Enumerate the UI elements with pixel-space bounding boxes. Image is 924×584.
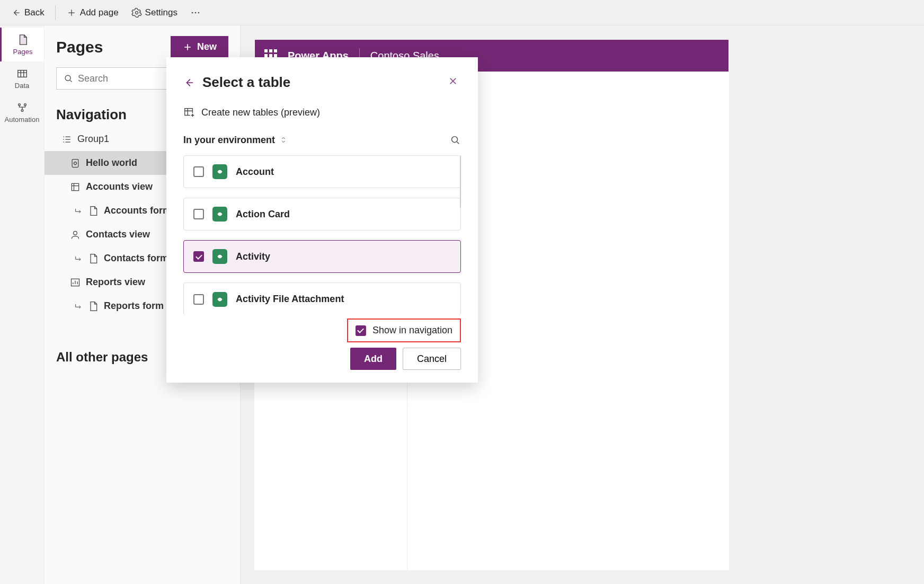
svg-point-16 bbox=[452, 137, 458, 143]
table-row-account[interactable]: Account bbox=[183, 155, 461, 188]
tree-item-label: Accounts view bbox=[86, 181, 153, 192]
arrow-left-icon bbox=[11, 7, 21, 18]
table-name: Activity bbox=[236, 251, 270, 262]
table-icon bbox=[16, 68, 28, 79]
sort-icon bbox=[279, 136, 288, 144]
toolbar-separator bbox=[55, 5, 56, 20]
return-icon bbox=[74, 207, 83, 215]
top-toolbar: Back Add page Settings bbox=[0, 0, 924, 25]
view-icon bbox=[70, 182, 81, 192]
back-button[interactable]: Back bbox=[5, 4, 50, 21]
svg-point-2 bbox=[195, 12, 197, 13]
table-row-activity[interactable]: Activity bbox=[183, 240, 461, 273]
return-icon bbox=[74, 254, 83, 263]
dialog-title: Select a table bbox=[202, 74, 438, 91]
tree-item-label: Reports view bbox=[86, 277, 145, 288]
settings-label: Settings bbox=[145, 7, 177, 18]
dataverse-icon bbox=[212, 207, 227, 222]
rail-data[interactable]: Data bbox=[0, 61, 44, 95]
table-list: Account Action Card Activity Activity Fi… bbox=[183, 155, 461, 315]
person-icon bbox=[70, 229, 81, 240]
ellipsis-icon bbox=[190, 7, 201, 18]
svg-rect-11 bbox=[72, 183, 78, 190]
table-checkbox[interactable] bbox=[193, 166, 204, 177]
back-label: Back bbox=[24, 7, 45, 18]
add-page-label: Add page bbox=[80, 7, 119, 18]
show-in-navigation-highlight: Show in navigation bbox=[347, 318, 461, 342]
tree-item-label: Hello world bbox=[86, 157, 137, 169]
tree-item-label: Contacts form bbox=[104, 253, 168, 264]
table-name: Activity File Attachment bbox=[236, 294, 344, 305]
rail-automation[interactable]: Automation bbox=[0, 95, 44, 129]
new-button-label: New bbox=[197, 41, 217, 52]
table-checkbox[interactable] bbox=[193, 251, 204, 262]
svg-point-3 bbox=[198, 12, 200, 13]
form-icon bbox=[88, 301, 99, 312]
left-rail: Pages Data Automation bbox=[0, 25, 45, 584]
environment-sort[interactable]: In your environment bbox=[183, 135, 288, 146]
flow-icon bbox=[16, 102, 28, 113]
scrollbar-thumb[interactable] bbox=[460, 155, 461, 208]
add-button[interactable]: Add bbox=[350, 348, 396, 370]
form-icon bbox=[88, 206, 99, 216]
plus-icon bbox=[182, 42, 193, 52]
dataverse-icon bbox=[212, 249, 227, 264]
cancel-button[interactable]: Cancel bbox=[403, 348, 461, 370]
create-new-tables[interactable]: Create new tables (preview) bbox=[183, 107, 461, 118]
custom-page-icon bbox=[70, 158, 81, 169]
table-checkbox[interactable] bbox=[193, 294, 204, 305]
close-button[interactable] bbox=[445, 73, 461, 92]
search-icon[interactable] bbox=[449, 134, 461, 146]
new-button[interactable]: New bbox=[171, 36, 228, 58]
more-button[interactable] bbox=[185, 4, 206, 21]
search-icon bbox=[63, 73, 74, 84]
show-in-nav-label: Show in navigation bbox=[372, 325, 452, 336]
svg-rect-9 bbox=[72, 159, 78, 167]
return-icon bbox=[74, 302, 83, 311]
tree-group-label: Group1 bbox=[77, 134, 109, 145]
dataverse-icon bbox=[212, 164, 227, 179]
svg-rect-4 bbox=[17, 70, 26, 77]
svg-point-12 bbox=[74, 231, 77, 235]
gear-icon bbox=[131, 7, 142, 18]
table-add-icon bbox=[183, 107, 195, 118]
rail-pages[interactable]: Pages bbox=[0, 28, 44, 61]
panel-title: Pages bbox=[56, 38, 103, 56]
tree-item-label: Accounts form bbox=[104, 205, 171, 216]
table-row-activity-file-attachment[interactable]: Activity File Attachment bbox=[183, 282, 461, 315]
svg-point-10 bbox=[74, 162, 77, 164]
table-name: Account bbox=[236, 166, 274, 178]
rail-pages-label: Pages bbox=[13, 48, 33, 56]
svg-point-7 bbox=[21, 109, 23, 111]
svg-point-0 bbox=[135, 11, 138, 14]
tree-item-label: Contacts view bbox=[86, 229, 150, 240]
show-in-nav-checkbox[interactable] bbox=[356, 325, 366, 336]
close-icon bbox=[448, 76, 458, 86]
rail-automation-label: Automation bbox=[5, 116, 40, 123]
dataverse-icon bbox=[212, 292, 227, 307]
table-name: Action Card bbox=[236, 209, 290, 220]
arrow-left-icon[interactable] bbox=[183, 77, 195, 89]
create-new-tables-label: Create new tables (preview) bbox=[201, 107, 320, 118]
plus-icon bbox=[66, 7, 77, 18]
environment-label: In your environment bbox=[183, 135, 275, 146]
rail-data-label: Data bbox=[15, 82, 29, 90]
tree-item-label: Reports form bbox=[104, 300, 164, 312]
select-table-dialog: Select a table Create new tables (previe… bbox=[166, 57, 478, 383]
svg-point-6 bbox=[24, 103, 26, 105]
form-icon bbox=[88, 253, 99, 264]
svg-point-1 bbox=[192, 12, 193, 13]
page-icon bbox=[17, 34, 29, 46]
list-icon bbox=[61, 134, 72, 145]
settings-button[interactable]: Settings bbox=[126, 4, 183, 21]
chart-icon bbox=[70, 277, 81, 288]
svg-point-5 bbox=[18, 103, 20, 105]
svg-point-8 bbox=[65, 75, 70, 81]
add-page-button[interactable]: Add page bbox=[61, 4, 124, 21]
table-checkbox[interactable] bbox=[193, 209, 204, 219]
table-row-action-card[interactable]: Action Card bbox=[183, 198, 461, 231]
